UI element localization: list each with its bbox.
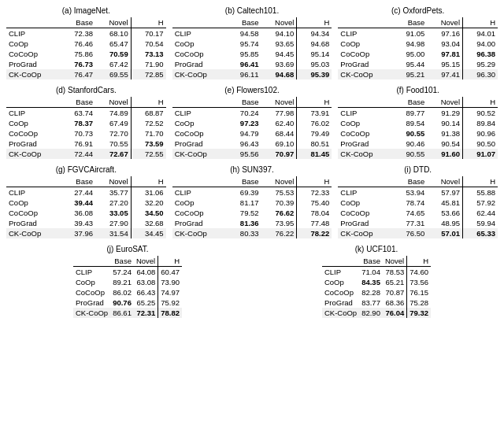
table-row: CLIP57.2464.0860.47 <box>73 267 182 278</box>
method-name: ProGrad <box>6 139 61 149</box>
table-row: CoCoOp74.6553.6662.44 <box>338 208 498 218</box>
method-name: CLIP <box>338 187 392 198</box>
method-name: CoCoOp <box>172 128 227 139</box>
table-row: CK-CoOp37.9631.5434.45 <box>6 228 166 238</box>
novel-value: 35.77 <box>95 187 131 198</box>
table-row: ProGrad90.7665.2575.92 <box>73 298 182 308</box>
table-row: ProGrad39.4327.9032.68 <box>6 218 166 228</box>
col-header-novel: Novel <box>427 176 462 187</box>
table-row: CoOp89.2163.0873.90 <box>73 277 182 287</box>
h-value: 75.40 <box>297 198 332 208</box>
col-header-novel: Novel <box>427 97 462 108</box>
col-header-base: Base <box>227 176 261 187</box>
table-title-stanfordcars: (d) StanfordCars. <box>6 86 166 94</box>
table-fgvcaircraft: (g) FGVCAircraft.BaseNovelHCLIP27.4435.7… <box>6 165 166 238</box>
h-value: 91.07 <box>463 149 498 159</box>
h-value: 95.29 <box>463 59 498 69</box>
method-name: ProGrad <box>322 298 359 308</box>
table-title-eurosat: (j) EuroSAT. <box>73 245 182 253</box>
base-value: 39.43 <box>61 218 95 228</box>
col-header-method <box>73 256 110 267</box>
col-header-h: H <box>131 176 165 187</box>
col-header-base: Base <box>227 97 261 108</box>
method-name: CK-CoOp <box>172 228 227 238</box>
table-title-ucf101: (k) UCF101. <box>322 245 431 253</box>
novel-value: 70.59 <box>95 49 131 59</box>
h-value: 90.52 <box>463 108 498 119</box>
base-value: 95.74 <box>227 39 261 49</box>
base-value: 75.86 <box>61 49 95 59</box>
h-value: 78.04 <box>297 208 332 218</box>
table-row: CK-CoOp95.2197.4196.30 <box>338 69 498 79</box>
table-title-dtd: (i) DTD. <box>338 165 498 174</box>
h-value: 77.48 <box>297 218 332 228</box>
h-value: 73.59 <box>131 139 165 149</box>
col-header-base: Base <box>393 97 428 108</box>
h-value: 95.14 <box>297 49 332 59</box>
table-dtd: (i) DTD.BaseNovelHCLIP53.9457.9755.88CoO… <box>338 165 498 238</box>
col-header-base: Base <box>61 97 95 108</box>
table-row: CoCoOp90.5591.3890.96 <box>338 128 498 139</box>
base-value: 76.50 <box>393 228 428 238</box>
novel-value: 27.20 <box>95 198 131 208</box>
col-header-h: H <box>297 17 332 28</box>
method-name: CK-CoOp <box>322 308 359 318</box>
col-header-novel: Novel <box>95 176 131 187</box>
h-value: 71.70 <box>131 128 165 139</box>
method-name: CK-CoOp <box>172 149 227 159</box>
base-value: 70.24 <box>227 108 261 119</box>
method-name: CoCoOp <box>172 208 227 218</box>
novel-value: 27.90 <box>95 218 131 228</box>
col-header-h: H <box>131 97 165 108</box>
method-name: ProGrad <box>338 59 392 69</box>
novel-value: 76.04 <box>383 308 407 318</box>
table-row: CoOp78.7445.8157.92 <box>338 198 498 208</box>
h-value: 68.87 <box>131 108 165 119</box>
table-row: CoCoOp94.7968.4479.49 <box>172 128 332 139</box>
novel-value: 70.97 <box>261 149 297 159</box>
novel-value: 93.69 <box>261 59 297 69</box>
base-value: 37.96 <box>61 228 95 238</box>
novel-value: 76.62 <box>261 208 297 218</box>
col-header-h: H <box>297 176 332 187</box>
table-row: CoOp78.3767.4972.52 <box>6 118 166 128</box>
novel-value: 72.70 <box>95 128 131 139</box>
h-value: 73.91 <box>297 108 332 119</box>
base-value: 96.43 <box>227 139 261 149</box>
method-name: ProGrad <box>6 59 61 69</box>
h-value: 73.90 <box>158 277 182 287</box>
col-header-novel: Novel <box>261 17 297 28</box>
table-row: CoOp76.4665.4770.54 <box>6 39 166 49</box>
method-name: CLIP <box>172 108 227 119</box>
col-header-base: Base <box>110 256 134 267</box>
h-value: 62.44 <box>463 208 498 218</box>
novel-value: 91.60 <box>427 149 462 159</box>
table-row: CoCoOp36.0833.0534.50 <box>6 208 166 218</box>
table-row: CLIP63.7474.8968.87 <box>6 108 166 119</box>
base-value: 84.35 <box>359 277 383 287</box>
base-value: 39.44 <box>61 198 95 208</box>
table-title-imagenet: (a) ImageNet. <box>6 6 166 15</box>
table-row: CK-CoOp76.5057.0165.33 <box>338 228 498 238</box>
method-name: ProGrad <box>338 218 392 228</box>
col-header-method <box>322 256 359 267</box>
table-caltech101: (b) Caltech101.BaseNovelHCLIP94.5894.109… <box>172 6 332 79</box>
h-value: 72.85 <box>131 69 165 79</box>
col-header-base: Base <box>359 256 383 267</box>
h-value: 96.30 <box>463 69 498 79</box>
col-header-novel: Novel <box>261 176 297 187</box>
novel-value: 97.16 <box>427 28 462 39</box>
novel-value: 53.66 <box>427 208 462 218</box>
method-name: CK-CoOp <box>338 149 392 159</box>
method-name: ProGrad <box>73 298 110 308</box>
novel-value: 75.53 <box>261 187 297 198</box>
h-value: 32.20 <box>131 198 165 208</box>
method-name: CoCoOp <box>338 128 392 139</box>
base-value: 81.36 <box>227 218 261 228</box>
novel-value: 76.22 <box>261 228 297 238</box>
novel-value: 69.10 <box>261 139 297 149</box>
table-imagenet: (a) ImageNet.BaseNovelHCLIP72.3868.1070.… <box>6 6 166 79</box>
method-name: CLIP <box>322 267 359 278</box>
novel-value: 90.14 <box>427 118 462 128</box>
h-value: 94.01 <box>463 28 498 39</box>
